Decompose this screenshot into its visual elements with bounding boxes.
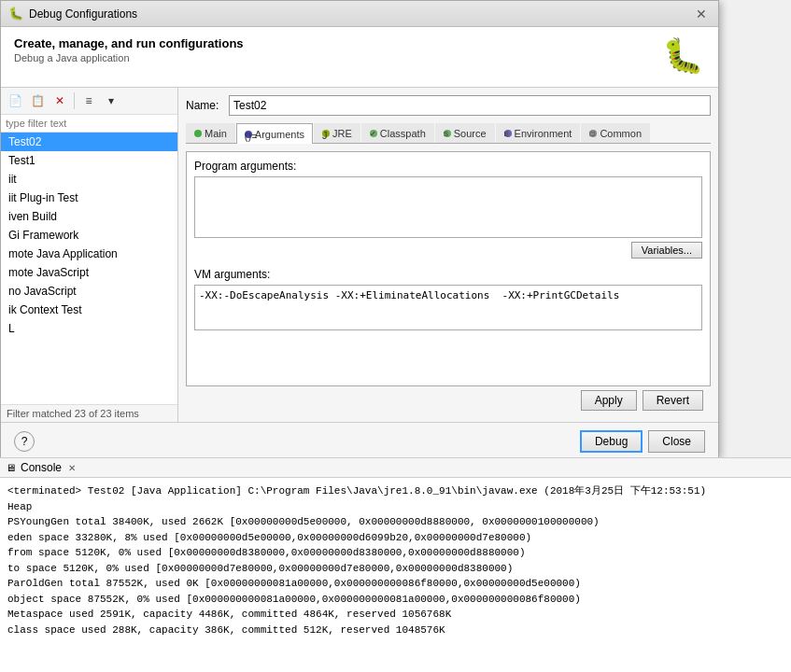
console-line: from space 5120K, 0% used [0x00000000d83… bbox=[7, 545, 784, 561]
tree-item-no-js[interactable]: no JavaScript bbox=[1, 282, 177, 301]
tab-environment[interactable]: E Environment bbox=[496, 123, 581, 143]
console-close-button[interactable]: ✕ bbox=[68, 463, 76, 473]
tab-classpath-label: Classpath bbox=[380, 128, 426, 139]
footer-right: Debug Close bbox=[580, 430, 705, 453]
console-line: <terminated> Test02 [Java Application] C… bbox=[7, 483, 784, 499]
console-panel: 🖥 Console ✕ <terminated> Test02 [Java Ap… bbox=[0, 457, 791, 672]
vm-section: VM arguments: -XX:-DoEscapeAnalysis -XX:… bbox=[194, 268, 702, 333]
vm-args-label: VM arguments: bbox=[194, 268, 702, 281]
tree-item-test1[interactable]: Test1 bbox=[1, 151, 177, 170]
copy-config-button[interactable]: 📋 bbox=[27, 91, 48, 111]
dialog-header: Create, manage, and run configurations D… bbox=[1, 27, 718, 88]
header-text: Create, manage, and run configurations D… bbox=[14, 36, 244, 63]
tab-common-icon: □ bbox=[589, 130, 597, 137]
filter-input[interactable] bbox=[1, 115, 177, 133]
action-buttons: Apply Revert bbox=[186, 386, 711, 414]
revert-button[interactable]: Revert bbox=[643, 390, 703, 411]
name-label: Name: bbox=[186, 99, 223, 112]
tab-environment-icon: E bbox=[504, 130, 512, 137]
name-input[interactable] bbox=[229, 95, 711, 116]
tree-list: Test02 Test1 iit iit Plug-in Test iven B… bbox=[1, 133, 177, 404]
tab-source[interactable]: S Source bbox=[435, 123, 495, 143]
header-title: Create, manage, and run configurations bbox=[14, 36, 244, 50]
title-bar: 🐛 Debug Configurations ✕ bbox=[1, 1, 718, 27]
tree-item-build[interactable]: iven Build bbox=[1, 207, 177, 226]
vm-args-input[interactable]: -XX:-DoEscapeAnalysis -XX:+EliminateAllo… bbox=[194, 285, 702, 330]
tree-item-test02[interactable]: Test02 bbox=[1, 133, 177, 151]
window-title: Debug Configurations bbox=[29, 7, 137, 21]
right-panel: Name: Main ()= Arguments J JRE ✓ bbox=[178, 88, 718, 422]
tab-environment-label: Environment bbox=[515, 128, 572, 139]
header-subtitle: Debug a Java application bbox=[14, 52, 244, 63]
tree-item-l[interactable]: L bbox=[1, 319, 177, 338]
title-bar-left: 🐛 Debug Configurations bbox=[8, 7, 137, 21]
dialog-footer: ? Debug Close bbox=[1, 422, 718, 460]
tab-source-label: Source bbox=[454, 128, 487, 139]
window-close-button[interactable]: ✕ bbox=[692, 5, 711, 23]
left-panel: 📄 📋 ✕ ≡ ▾ Test02 Test1 iit iit Plug-in T… bbox=[1, 88, 178, 422]
tab-classpath[interactable]: ✓ Classpath bbox=[361, 123, 434, 143]
console-header: 🖥 Console ✕ bbox=[0, 458, 791, 478]
footer-left: ? bbox=[14, 431, 35, 452]
tab-common-label: Common bbox=[600, 128, 642, 139]
tab-classpath-icon: ✓ bbox=[370, 130, 377, 137]
console-line: to space 5120K, 0% used [0x00000000d7e80… bbox=[7, 561, 784, 577]
toolbar-sep1 bbox=[74, 92, 75, 109]
tree-item-javascript[interactable]: mote JavaScript bbox=[1, 263, 177, 282]
arguments-content: Program arguments: Variables... VM argum… bbox=[186, 151, 711, 386]
tab-jre-icon: J bbox=[322, 130, 330, 137]
dialog-body: 📄 📋 ✕ ≡ ▾ Test02 Test1 iit iit Plug-in T… bbox=[1, 88, 718, 422]
delete-config-button[interactable]: ✕ bbox=[49, 91, 70, 111]
tree-item-context[interactable]: ik Context Test bbox=[1, 301, 177, 319]
tab-arguments-label: Arguments bbox=[255, 129, 304, 140]
tree-item-plugin[interactable]: iit Plug-in Test bbox=[1, 189, 177, 207]
tab-arguments[interactable]: ()= Arguments bbox=[236, 123, 313, 144]
console-title: Console bbox=[21, 461, 62, 474]
tab-arguments-icon: ()= bbox=[245, 131, 252, 138]
program-args-input[interactable] bbox=[194, 176, 702, 238]
tab-jre-label: JRE bbox=[332, 128, 352, 139]
console-line: Heap bbox=[7, 499, 784, 515]
tab-main-label: Main bbox=[205, 128, 227, 139]
bug-icon: 🐛 bbox=[660, 36, 705, 81]
tab-jre[interactable]: J JRE bbox=[314, 123, 360, 143]
collapse-button[interactable]: ▾ bbox=[101, 91, 121, 111]
tree-item-gi[interactable]: Gi Framework bbox=[1, 226, 177, 245]
variables-button[interactable]: Variables... bbox=[631, 242, 702, 259]
close-dialog-button[interactable]: Close bbox=[648, 430, 705, 453]
name-row: Name: bbox=[186, 95, 711, 116]
apply-button[interactable]: Apply bbox=[581, 390, 637, 411]
debug-icon: 🐛 bbox=[8, 7, 23, 21]
help-button[interactable]: ? bbox=[14, 431, 35, 452]
console-line: object space 87552K, 0% used [0x00000000… bbox=[7, 592, 784, 608]
program-args-label: Program arguments: bbox=[194, 160, 702, 173]
tab-common[interactable]: □ Common bbox=[581, 123, 650, 143]
filter-status: Filter matched 23 of 23 items bbox=[1, 404, 177, 422]
console-line: PSYoungGen total 38400K, used 2662K [0x0… bbox=[7, 514, 784, 530]
tabs-bar: Main ()= Arguments J JRE ✓ Classpath S S… bbox=[186, 123, 711, 144]
tab-source-icon: S bbox=[444, 130, 451, 137]
tab-main-icon bbox=[194, 130, 202, 137]
debug-button[interactable]: Debug bbox=[580, 430, 643, 453]
tree-item-iit[interactable]: iit bbox=[1, 170, 177, 189]
left-toolbar: 📄 📋 ✕ ≡ ▾ bbox=[1, 88, 177, 115]
tree-item-java-app[interactable]: mote Java Application bbox=[1, 245, 177, 263]
new-config-button[interactable]: 📄 bbox=[5, 91, 25, 111]
console-line: Metaspace used 2591K, capacity 4486K, co… bbox=[7, 607, 784, 623]
console-line: eden space 33280K, 8% used [0x00000000d5… bbox=[7, 530, 784, 546]
debug-configurations-dialog: 🐛 Debug Configurations ✕ Create, manage,… bbox=[0, 0, 719, 457]
console-line: ParOldGen total 87552K, used 0K [0x00000… bbox=[7, 576, 784, 592]
console-line: class space used 288K, capacity 386K, co… bbox=[7, 623, 784, 638]
tab-main[interactable]: Main bbox=[186, 123, 235, 143]
filter-configs-button[interactable]: ≡ bbox=[78, 91, 99, 111]
console-content: <terminated> Test02 [Java Application] C… bbox=[0, 478, 791, 667]
